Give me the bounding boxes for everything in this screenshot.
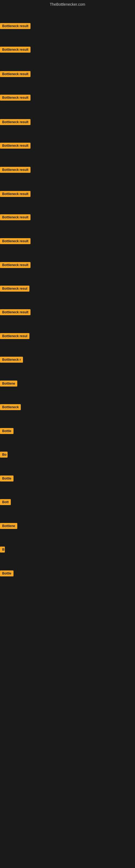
bottleneck-badge: Bottlene xyxy=(0,523,17,529)
bottleneck-badge: Bottleneck result xyxy=(0,71,31,77)
bottleneck-badge: Bottle xyxy=(0,428,13,434)
bottleneck-result-item[interactable]: Bottleneck result xyxy=(0,167,31,174)
bottleneck-result-item[interactable]: Bottleneck resul xyxy=(0,286,30,293)
bottleneck-result-item[interactable]: Bottleneck result xyxy=(0,95,31,102)
bottleneck-badge: Bottleneck result xyxy=(0,238,31,244)
bottleneck-result-item[interactable]: Bottle xyxy=(0,428,13,435)
bottleneck-result-item[interactable]: Bottleneck result xyxy=(0,119,31,126)
bottleneck-result-item[interactable]: Bottleneck result xyxy=(0,309,31,316)
bottleneck-result-item[interactable]: Bottleneck result xyxy=(0,238,31,245)
bottleneck-result-item[interactable]: Bo xyxy=(0,452,8,459)
bottleneck-badge: Bottleneck xyxy=(0,404,21,410)
bottleneck-result-item[interactable]: Bottlene xyxy=(0,523,17,530)
bottleneck-result-item[interactable]: Bottleneck result xyxy=(0,143,31,150)
bottleneck-result-item[interactable]: Bottleneck result xyxy=(0,262,31,269)
bottleneck-result-item[interactable]: Bottleneck result xyxy=(0,71,31,78)
bottleneck-result-item[interactable]: Bottleneck result xyxy=(0,23,31,30)
bottleneck-badge: Bottleneck result xyxy=(0,167,31,173)
bottleneck-result-item[interactable]: Bottleneck result xyxy=(0,191,31,198)
bottleneck-result-item[interactable]: Bottle xyxy=(0,570,13,578)
site-title: TheBottlenecker.com xyxy=(0,0,135,8)
bottleneck-badge: Bottleneck r xyxy=(0,357,23,363)
bottleneck-badge: Bo xyxy=(0,452,8,458)
bottleneck-result-item[interactable]: Bottleneck result xyxy=(0,214,31,221)
bottleneck-badge: B xyxy=(0,547,5,553)
bottleneck-badge: Bottlene xyxy=(0,380,17,386)
bottleneck-badge: Bottleneck result xyxy=(0,143,31,149)
bottleneck-badge: Bottleneck result xyxy=(0,119,31,125)
bottleneck-result-item[interactable]: B xyxy=(0,547,5,554)
bottleneck-result-item[interactable]: Bottleneck result xyxy=(0,46,31,54)
bottleneck-badge: Bottle xyxy=(0,570,13,577)
bottleneck-result-item[interactable]: Bott xyxy=(0,499,11,506)
bottleneck-badge: Bottleneck result xyxy=(0,262,31,268)
bottleneck-badge: Bottleneck result xyxy=(0,95,31,101)
bottleneck-result-item[interactable]: Bottleneck resul xyxy=(0,333,30,340)
bottleneck-result-item[interactable]: Bottlene xyxy=(0,380,17,388)
bottleneck-badge: Bottle xyxy=(0,475,13,482)
bottleneck-result-item[interactable]: Bottle xyxy=(0,475,13,483)
bottleneck-badge: Bottleneck result xyxy=(0,23,31,29)
bottleneck-badge: Bottleneck resul xyxy=(0,333,30,339)
bottleneck-badge: Bottleneck result xyxy=(0,191,31,197)
bottleneck-result-item[interactable]: Bottleneck xyxy=(0,404,21,411)
bottleneck-badge: Bottleneck result xyxy=(0,309,31,315)
bottleneck-badge: Bottleneck result xyxy=(0,46,31,53)
bottleneck-badge: Bottleneck result xyxy=(0,214,31,220)
bottleneck-badge: Bottleneck resul xyxy=(0,286,30,291)
bottleneck-result-item[interactable]: Bottleneck r xyxy=(0,357,23,364)
bottleneck-badge: Bott xyxy=(0,499,11,505)
